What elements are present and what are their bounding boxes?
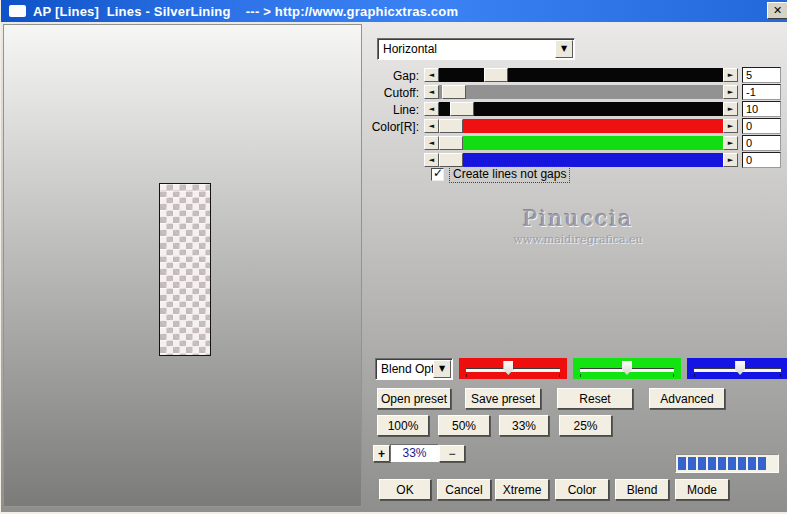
color-r-value-input[interactable]: [742, 118, 781, 134]
line-value-input[interactable]: [742, 101, 781, 117]
progress-segment: [698, 457, 706, 470]
slider-thumb[interactable]: [439, 153, 463, 167]
slider-right-arrow[interactable]: ►: [723, 119, 738, 133]
cancel-button[interactable]: Cancel: [437, 479, 491, 500]
create-lines-label[interactable]: Create lines not gaps: [450, 167, 569, 182]
line-direction-value: Horizontal: [383, 42, 437, 56]
cutoff-slider[interactable]: ◄ ►: [424, 85, 738, 99]
line-direction-dropdown[interactable]: Horizontal ▼: [377, 38, 575, 60]
color-g-slider[interactable]: ◄ ►: [424, 136, 738, 150]
arrow-right-icon: ►: [728, 106, 733, 113]
slider-left-arrow[interactable]: ◄: [424, 119, 439, 133]
color-button[interactable]: Color: [555, 479, 609, 500]
zoom-50-button[interactable]: 50%: [438, 415, 490, 436]
zoom-25-button[interactable]: 25%: [559, 415, 612, 436]
green-channel-slider[interactable]: [573, 358, 681, 379]
blend-options-value: Blend Opti: [381, 362, 434, 376]
arrow-right-icon: ►: [728, 72, 733, 79]
zoom-in-button[interactable]: +: [373, 445, 390, 462]
chevron-down-icon: ▼: [561, 45, 567, 53]
color-g-value-input[interactable]: [742, 135, 781, 151]
slider-row: Gap: ◄ ►: [1, 68, 787, 84]
slider-right-arrow[interactable]: ►: [723, 153, 738, 167]
slider-track[interactable]: [439, 119, 723, 133]
line-slider[interactable]: ◄ ►: [424, 102, 738, 116]
progress-segment: [678, 457, 686, 470]
slider-right-arrow[interactable]: ►: [723, 68, 738, 82]
arrow-right-icon: ►: [728, 89, 733, 96]
slider-right-arrow[interactable]: ►: [723, 136, 738, 150]
watermark-site: www.maidiregrafica.eu: [493, 233, 663, 246]
progress-segment: [718, 457, 726, 470]
gap-slider[interactable]: ◄ ►: [424, 68, 738, 82]
slider-left-arrow[interactable]: ◄: [424, 153, 439, 167]
progress-segment: [748, 457, 756, 470]
watermark-name: Pinuccia: [493, 206, 663, 231]
title-bar[interactable]: AP [Lines] Lines - SilverLining --- > ht…: [1, 0, 787, 22]
slider-track[interactable]: [439, 136, 723, 150]
reset-button[interactable]: Reset: [557, 388, 633, 409]
blend-options-dropdown[interactable]: Blend Opti ▼: [375, 358, 453, 380]
slider-track[interactable]: [439, 102, 723, 116]
watermark: Pinuccia www.maidiregrafica.eu: [493, 206, 663, 246]
advanced-button[interactable]: Advanced: [649, 388, 725, 409]
arrow-left-icon: ◄: [429, 106, 434, 113]
slider-right-arrow[interactable]: ►: [723, 85, 738, 99]
red-channel-slider[interactable]: [459, 358, 567, 379]
progress-bar: [675, 454, 779, 473]
arrow-left-icon: ◄: [429, 157, 434, 164]
line-label: Line:: [359, 103, 419, 117]
gap-label: Gap:: [359, 69, 419, 83]
zoom-33-button[interactable]: 33%: [499, 415, 549, 436]
slider-thumb[interactable]: [503, 361, 513, 375]
slider-left-arrow[interactable]: ◄: [424, 68, 439, 82]
slider-thumb[interactable]: [622, 361, 632, 375]
progress-segment: [708, 457, 716, 470]
slider-track[interactable]: [439, 68, 723, 82]
color-r-label: Color[R]:: [359, 120, 419, 134]
color-b-slider[interactable]: ◄ ►: [424, 153, 738, 167]
arrow-left-icon: ◄: [429, 89, 434, 96]
slider-track[interactable]: [439, 153, 723, 167]
xtreme-button[interactable]: Xtreme: [495, 479, 549, 500]
chevron-down-icon: ▼: [439, 365, 445, 373]
cutoff-value-input[interactable]: [742, 84, 781, 100]
zoom-out-button[interactable]: −: [439, 445, 465, 462]
check-icon: ✓: [433, 166, 443, 180]
create-lines-checkbox[interactable]: ✓: [431, 168, 444, 181]
slider-left-arrow[interactable]: ◄: [424, 102, 439, 116]
dropdown-arrow-button[interactable]: ▼: [555, 40, 573, 58]
slider-thumb[interactable]: [439, 119, 463, 133]
progress-segment: [758, 457, 766, 470]
ok-button[interactable]: OK: [379, 479, 431, 500]
zoom-level-value[interactable]: 33%: [390, 444, 439, 462]
open-preset-button[interactable]: Open preset: [377, 388, 451, 409]
blend-button[interactable]: Blend: [615, 479, 669, 500]
gap-value-input[interactable]: [742, 67, 781, 83]
app-icon: [9, 5, 26, 17]
arrow-left-icon: ◄: [429, 140, 434, 147]
blue-channel-slider[interactable]: [687, 358, 787, 379]
color-b-value-input[interactable]: [742, 152, 781, 168]
mode-button[interactable]: Mode: [675, 479, 729, 500]
slider-thumb[interactable]: [735, 361, 745, 375]
close-button[interactable]: ✕: [767, 2, 787, 19]
progress-segment: [728, 457, 736, 470]
slider-left-arrow[interactable]: ◄: [424, 136, 439, 150]
slider-thumb[interactable]: [439, 136, 463, 150]
slider-thumb[interactable]: [484, 68, 508, 82]
slider-row: ◄ ►: [1, 136, 787, 152]
slider-thumb[interactable]: [450, 102, 474, 116]
dropdown-arrow-button[interactable]: ▼: [433, 360, 451, 378]
arrow-left-icon: ◄: [429, 123, 434, 130]
slider-track[interactable]: [439, 85, 723, 99]
slider-thumb[interactable]: [442, 85, 466, 99]
slider-right-arrow[interactable]: ►: [723, 102, 738, 116]
color-r-slider[interactable]: ◄ ►: [424, 119, 738, 133]
cutoff-label: Cutoff:: [359, 86, 419, 100]
preview-pattern: [159, 183, 211, 356]
window-title: AP [Lines] Lines - SilverLining --- > ht…: [33, 4, 458, 19]
zoom-100-button[interactable]: 100%: [377, 415, 429, 436]
save-preset-button[interactable]: Save preset: [465, 388, 541, 409]
slider-left-arrow[interactable]: ◄: [424, 85, 439, 99]
